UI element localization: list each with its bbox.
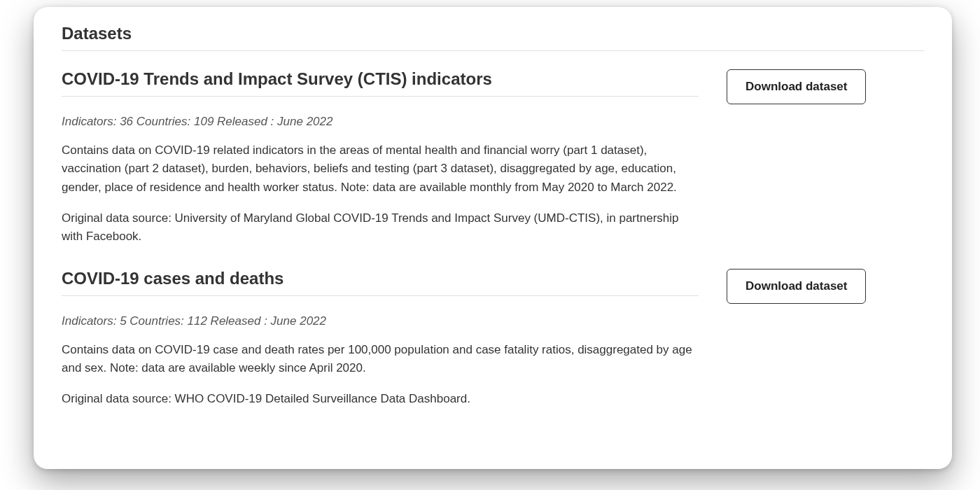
download-dataset-button[interactable]: Download dataset [727, 69, 866, 104]
dataset-meta: Indicators: 5 Countries: 112 Released : … [62, 314, 699, 328]
dataset-main: COVID-19 cases and deaths Indicators: 5 … [62, 269, 699, 409]
dataset-source: Original data source: WHO COVID-19 Detai… [62, 390, 699, 408]
section-title: Datasets [62, 24, 924, 51]
dataset-title: COVID-19 cases and deaths [62, 269, 699, 296]
dataset-description: Contains data on COVID-19 case and death… [62, 341, 699, 378]
dataset-main: COVID-19 Trends and Impact Survey (CTIS)… [62, 69, 699, 246]
dataset-row: COVID-19 cases and deaths Indicators: 5 … [62, 269, 924, 409]
download-dataset-button[interactable]: Download dataset [727, 269, 866, 304]
datasets-card: Datasets COVID-19 Trends and Impact Surv… [34, 7, 952, 469]
dataset-title: COVID-19 Trends and Impact Survey (CTIS)… [62, 69, 699, 97]
dataset-meta: Indicators: 36 Countries: 109 Released :… [62, 115, 699, 129]
dataset-row: COVID-19 Trends and Impact Survey (CTIS)… [62, 69, 924, 246]
dataset-description: Contains data on COVID-19 related indica… [62, 141, 699, 197]
dataset-source: Original data source: University of Mary… [62, 209, 699, 246]
